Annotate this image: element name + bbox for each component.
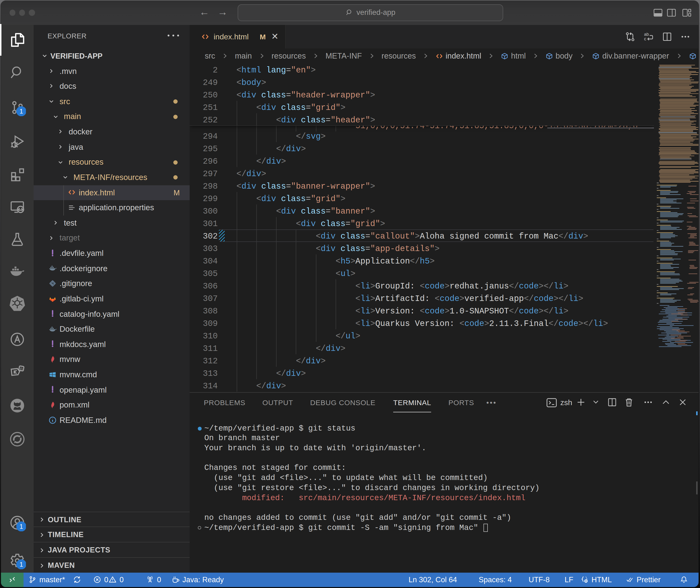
svg-text:c: c [644,36,646,41]
svg-text:1: 1 [19,523,23,530]
svg-text:ab: ab [644,32,649,36]
svg-text:1: 1 [19,561,23,568]
svg-text:1: 1 [19,108,23,115]
svg-text:n: n [20,366,23,371]
